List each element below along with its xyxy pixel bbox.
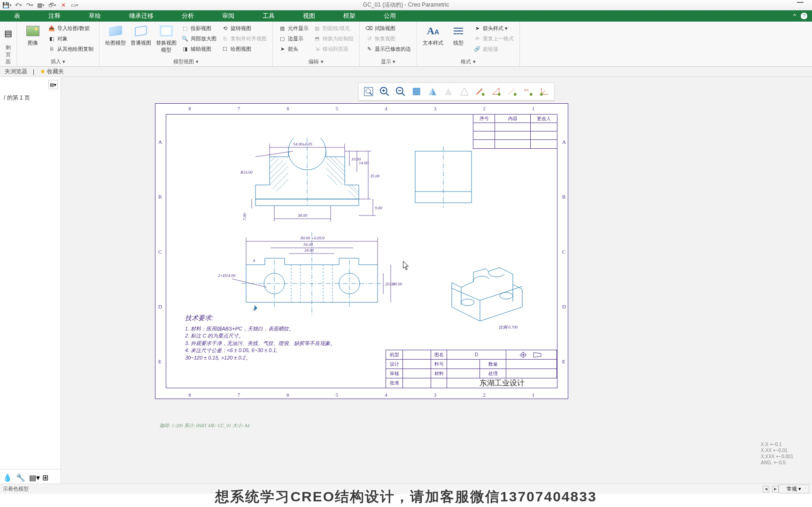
component-display-button[interactable]: ▥元件显示 [278, 23, 309, 33]
zone-label: 2 [483, 106, 486, 111]
view-toolbar: ×× [358, 83, 554, 100]
svg-line-40 [334, 157, 345, 167]
tab-browser[interactable]: 夹浏览器 [2, 67, 30, 77]
zone-label: 3 [434, 392, 437, 398]
scroll-left-icon[interactable]: ◀ [763, 486, 769, 492]
edge-display-button[interactable]: ▢边显示 [278, 34, 309, 43]
svg-text:38.00: 38.00 [392, 282, 402, 286]
text-style-button[interactable]: AA文本样式 [422, 23, 444, 54]
drawing-sheet[interactable]: 序号 内容 更改人 [155, 103, 568, 399]
tab-favorites[interactable]: ★ 收藏夹 [37, 67, 67, 77]
group-label-format[interactable]: 格式 ▾ [422, 57, 515, 65]
close-icon[interactable]: ✕ [59, 1, 68, 9]
ribbon-help-icon[interactable]: ? [801, 13, 807, 19]
revision-table: 序号 内容 更改人 [473, 115, 557, 149]
svg-line-2 [369, 92, 371, 95]
undo-icon[interactable]: ↶▾ [14, 1, 23, 9]
redo-icon[interactable]: ↷▾ [25, 1, 34, 9]
tree-settings-icon[interactable]: ▤▾ [48, 80, 58, 89]
object-button[interactable]: ◧对象 [47, 34, 94, 43]
isometric-view[interactable]: 比例 0.700 [442, 255, 536, 330]
copy-from-drawing-button[interactable]: ⎘从其他绘图复制 [47, 44, 94, 54]
svg-line-18 [508, 89, 514, 94]
shade-4-icon[interactable] [456, 84, 472, 100]
general-view-button[interactable]: 普通视图 [130, 23, 152, 54]
scroll-right-icon[interactable]: ▶ [772, 486, 779, 492]
zoom-fit-icon[interactable] [360, 84, 376, 100]
tab-frame[interactable]: 框架 [329, 10, 370, 22]
tab-view[interactable]: 视图 [289, 10, 329, 22]
drawing-canvas[interactable]: ×× 序号 内容 更改人 [61, 77, 812, 485]
zone-label: 5 [336, 106, 339, 111]
tab-annotate[interactable]: 注释 [34, 10, 75, 22]
zone-label: 3 [434, 106, 437, 111]
group-label-insert[interactable]: 插入 ▾ [22, 57, 94, 65]
image-button[interactable]: 图像 [22, 23, 44, 54]
svg-text:80.00 +0.05/0: 80.00 +0.05/0 [301, 236, 325, 240]
group-label-modelview[interactable]: 模型视图 ▾ [104, 57, 268, 65]
shade-2-icon[interactable] [424, 84, 440, 100]
group-label-display[interactable]: 显示 ▾ [364, 57, 412, 65]
svg-line-37 [326, 168, 343, 185]
tab-table[interactable]: 表 [0, 10, 34, 22]
front-section-view[interactable]: R14.00 54.00±0.05 10.00 14.00 35.00 9.00… [227, 138, 396, 232]
side-view[interactable] [410, 146, 481, 212]
datum-axis-icon[interactable] [488, 84, 504, 100]
erase-view-button[interactable]: ⌫拭除视图 [364, 23, 412, 33]
drawing-model-button[interactable]: 绘图模型 [104, 23, 127, 54]
csys2-icon[interactable] [536, 84, 552, 100]
arrow-style-button[interactable]: ➤箭头样式 ▾ [472, 23, 515, 33]
tab-review[interactable]: 审阅 [208, 10, 248, 22]
zone-label: 6 [286, 106, 289, 111]
tab-public[interactable]: 公用 [370, 10, 410, 22]
svg-line-31 [270, 159, 279, 168]
replace-view-model-button[interactable]: 替换视图 模型 [155, 23, 178, 54]
top-view[interactable]: 80.00 +0.05/0 56.00 34.00 2×Ø14.00 20.00… [218, 232, 406, 326]
detail-view-button[interactable]: 🔍局部放大图 [180, 34, 217, 43]
new-icon[interactable]: ▭▾ [70, 1, 79, 9]
zoom-out-icon[interactable] [392, 84, 408, 100]
arrow-button[interactable]: ➤箭头 [278, 44, 309, 54]
save-icon[interactable]: 💾▾ [3, 1, 11, 9]
group-label-edit[interactable]: 编辑 ▾ [278, 57, 355, 65]
zone-label: 1 [532, 106, 535, 111]
rotate-view-button[interactable]: ⟲旋转视图 [220, 23, 268, 33]
drawing-view-button[interactable]: ☐绘图视图 [220, 44, 268, 54]
shade-1-icon[interactable] [408, 84, 424, 100]
svg-text:比例 0.700: 比例 0.700 [499, 325, 518, 330]
tree-page-node[interactable]: / 的第 1 页 [0, 92, 61, 104]
tree-icon[interactable]: ⊞ [42, 473, 51, 482]
list-icon[interactable]: ▤▾ [29, 473, 38, 482]
import-drawing-button[interactable]: 📥导入绘图/数据 [47, 23, 94, 33]
datum-point-icon[interactable] [504, 84, 520, 100]
zoom-in-icon[interactable] [376, 84, 392, 100]
csys-icon[interactable]: ×× [520, 84, 536, 100]
svg-text:35.00: 35.00 [370, 174, 380, 178]
svg-text:A: A [252, 258, 255, 263]
selection-mode[interactable]: 常规 ▾ [779, 484, 809, 493]
projection-view-button[interactable]: ⬚投影视图 [180, 23, 217, 33]
auxiliary-view-button[interactable]: ◨辅助视图 [180, 44, 217, 54]
quick-access-toolbar: 💾▾ ↶▾ ↷▾ ▦▾ 🗗▾ ✕ ▭▾ [0, 1, 79, 9]
svg-point-25 [540, 93, 542, 96]
zone-label: B [158, 194, 162, 200]
tab-sketch[interactable]: 草绘 [75, 10, 115, 22]
tab-tools[interactable]: 工具 [248, 10, 289, 22]
tools-icon[interactable]: 🔧▾ [16, 473, 24, 482]
line-style-button[interactable]: 线型 [447, 23, 470, 54]
shade-3-icon[interactable] [440, 84, 456, 100]
zone-label: 8 [188, 392, 191, 398]
filter-icon[interactable]: 💧▾ [3, 473, 11, 482]
show-modified-edge-button[interactable]: ✎显示已修改的边 [364, 44, 412, 54]
page-layout-icon[interactable]: ▤ [4, 28, 12, 38]
windows-icon[interactable]: 🗗▾ [48, 1, 56, 9]
minimize-icon[interactable] [797, 2, 804, 3]
regenerate-icon[interactable]: ▦▾ [37, 1, 45, 9]
zone-label: 8 [188, 106, 191, 111]
svg-line-36 [326, 162, 345, 181]
tab-analysis[interactable]: 分析 [168, 10, 208, 22]
datum-plane-icon[interactable] [472, 84, 488, 100]
tab-inherit[interactable]: 继承迁移 [115, 10, 168, 22]
ribbon-collapse-icon[interactable]: ^ [793, 13, 796, 19]
svg-line-34 [276, 179, 288, 192]
